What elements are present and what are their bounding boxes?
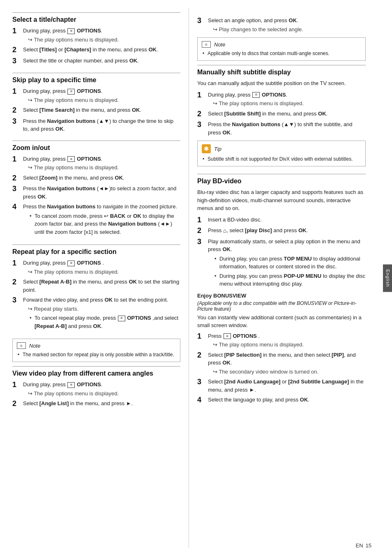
note-bullets: Applicable only to discs that contain mu… [202,50,361,57]
step-3: 3 Select the title or chapter number, an… [12,57,180,66]
tip-label: Tip [214,146,221,152]
step-num: 1 [197,332,206,341]
note-bullets: The marked section for repeat play is on… [17,351,176,358]
tip-box-subtitle: ✱ Tip Subtitle shift is not supported fo… [197,141,366,166]
arrow-item: The play options menu is displayed. [23,390,180,398]
arrow-item: The play options menu is displayed. [23,96,180,104]
page: Select a title/chapter 1 During play, pr… [0,0,392,556]
section-play-bd: Play BD-video Blu-ray video disc has a l… [197,174,366,405]
step-num: 2 [12,46,21,55]
section-title-zoom: Zoom in/out [12,144,180,152]
step-2: 2 Select [Angle List] in the menu, and p… [12,399,180,408]
step-num: 4 [12,203,21,212]
step-num: 2 [197,110,206,119]
step-num: 3 [12,117,21,126]
step-num: 1 [197,216,206,225]
step-1: 1 During play, press ≡ OPTIONS . The pla… [12,259,180,276]
step-num: 2 [12,278,21,287]
enjoy-title: Enjoy BONUSVIEW [197,293,366,299]
footer: EN 15 [355,542,371,549]
section-skip-play: Skip play to a specific time 1 During pl… [12,73,180,133]
step-num: 2 [12,174,21,183]
note-box-angles: Note Applicable only to discs that conta… [197,37,366,61]
note-label: Note [214,42,225,48]
note-item: The marked section for repeat play is on… [17,351,176,358]
step-text: Select [Zoom] in the menu, and press OK. [23,174,180,182]
note-item: Applicable only to discs that contain mu… [202,50,361,57]
step-num: 1 [197,91,206,100]
step-2: 2 Select [Subtitle Shift] in the menu, a… [197,110,366,119]
section-camera-angles: View video play from different camera an… [12,366,180,408]
steps-skip: 1 During play, press ≡ OPTIONS. The play… [12,87,180,133]
sub-bullet-item: During play, you can press POP-UP MENU t… [214,272,366,288]
tip-item: Subtitle shift is not supported for DivX… [202,155,361,163]
step-text: During play, press ≡ OPTIONS. The play o… [23,87,180,104]
options-icon: ≡ [224,333,231,339]
step-text: Select [2nd Audio Language] or [2nd Subt… [208,378,366,394]
sub-bullet-item: To cancel zoom mode, press ↩ BACK or OK … [30,212,180,236]
tip-bullets: Subtitle shift is not supported for DivX… [202,155,361,163]
step-3: 3 Select [2nd Audio Language] or [2nd Su… [197,378,366,394]
sub-bullets: To cancel repeat play mode, press ≡ OPTI… [23,314,180,330]
step-text: Select the language to play, and press O… [208,396,366,404]
step-num: 1 [12,155,21,164]
step-1: 1 Press ≡ OPTIONS . The play options men… [197,332,366,349]
step-text: Press the Navigation buttons to navigate… [23,203,180,237]
steps-bd: 1 Insert a BD-video disc. 2 Press ⌂, sel… [197,216,366,289]
step-text: During play, press ≡ OPTIONS. The play o… [23,155,180,172]
step-num: 2 [197,351,206,360]
sub-bullet-item: During play, you can press TOP MENU to d… [214,255,366,271]
options-icon: ≡ [67,382,75,388]
step-1: 1 During play, press ≡ OPTIONS. The play… [12,87,180,104]
step-num: 1 [12,27,21,36]
step-text: Select [Angle List] in the menu, and pre… [23,399,180,408]
note-box-repeat: Note The marked section for repeat play … [12,339,180,362]
note-header: Note [17,342,176,349]
section-title-skip: Skip play to a specific time [12,76,180,84]
home-icon: ⌂ [223,227,226,234]
left-column: Select a title/chapter 1 During play, pr… [0,8,189,548]
step-3: 3 Press the Navigation buttons (▲▼) to s… [197,120,366,136]
step-1: 1 During play, press ≡ OPTIONS. The play… [12,381,180,397]
top-steps: 3 Select an angle option, and press OK. … [197,16,366,33]
footer-page-number: 15 [366,542,371,549]
steps-subtitle: 1 During play, press ≡ OPTIONS. The play… [197,91,366,137]
steps-zoom: 1 During play, press ≡ OPTIONS. The play… [12,155,180,238]
sub-bullet-item: To cancel repeat play mode, press ≡ OPTI… [30,314,180,330]
step-num: 3 [12,57,21,66]
note-icon [17,342,26,349]
step-num: 3 [197,238,206,247]
arrow-item: The secondary video window is turned on. [208,368,366,376]
tip-header: ✱ Tip [202,144,361,153]
step-text: During play, press ≡ OPTIONS. The play o… [23,381,180,397]
step-2: 2 Select [PIP Selection] in the menu, an… [197,351,366,376]
step-text: Press ⌂, select [play Disc] and press OK… [208,226,366,235]
tip-icon: ✱ [202,144,211,153]
options-icon: ≡ [67,156,75,162]
bd-intro: Blu-ray video disc has a larger capacity… [197,188,366,212]
step-text: Select an angle option, and press OK. Pl… [208,16,366,33]
options-icon: ≡ [67,261,75,266]
options-icon: ≡ [67,89,75,95]
step-text: Select [PIP Selection] in the menu, and … [208,351,366,376]
step-text: Forward the video play, and press OK to … [23,296,180,331]
step-num: 4 [197,396,206,405]
section-title-repeat: Repeat play for a specific section [12,248,180,256]
step-2: 2 Select [Time Search] in the menu, and … [12,106,180,115]
arrow-item: The play options menu is displayed. [23,164,180,172]
step-text: Select [Subtitle Shift] in the menu, and… [208,110,366,118]
step-1: 1 Insert a BD-video disc. [197,216,366,225]
arrow-item: Play changes to the selected angle. [208,25,366,34]
section-title-bd: Play BD-video [197,178,366,185]
step-3-angles: 3 Select an angle option, and press OK. … [197,16,366,33]
section-repeat-play: Repeat play for a specific section 1 Dur… [12,245,180,331]
arrow-item: The play options menu is displayed. [23,36,180,44]
section-zoom: Zoom in/out 1 During play, press ≡ OPTIO… [12,141,180,238]
bonusview-intro: You can instantly view additional conten… [197,314,366,330]
step-text: During play, press ≡ OPTIONS. The play o… [23,27,180,44]
step-3: 3 Press the Navigation buttons (◄►)to se… [12,185,180,201]
step-num: 3 [12,296,21,305]
step-text: Press the Navigation buttons (▲▼) to cha… [23,117,180,133]
step-3: 3 Forward the video play, and press OK t… [12,296,180,331]
language-tab: English [383,264,392,292]
